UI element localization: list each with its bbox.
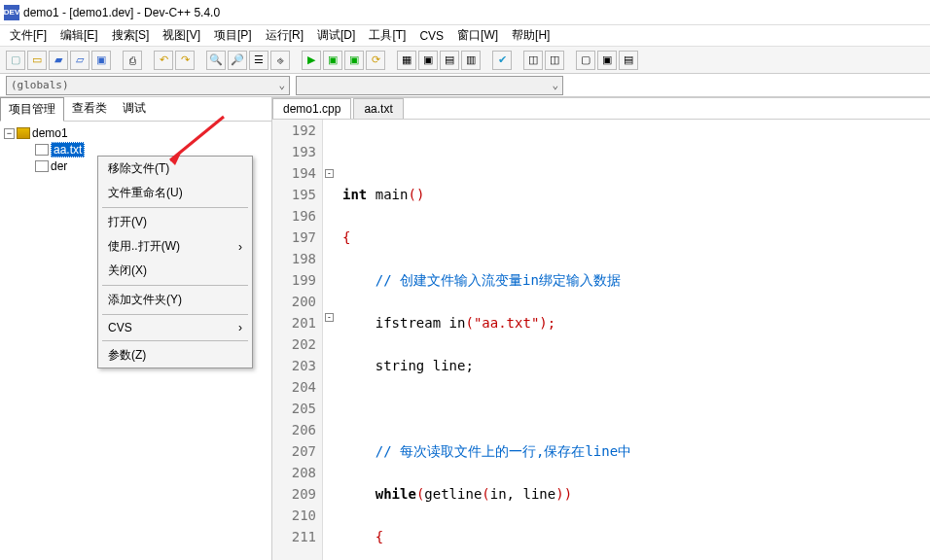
file-icon [35, 160, 49, 172]
toolbar: ▢ ▭ ▰ ▱ ▣ ⎙ ↶ ↷ 🔍 🔎 ☰ ⎆ ▶ ▣ ▣ ⟳ ▦ ▣ ▤ ▥ … [0, 47, 930, 74]
fold-icon[interactable]: - [325, 313, 334, 322]
goto-icon[interactable]: ⎆ [270, 51, 290, 70]
tab-demo1-cpp[interactable]: demo1.cpp [272, 98, 351, 119]
delete-icon[interactable]: ▥ [461, 51, 481, 70]
profile-icon[interactable]: ▤ [440, 51, 459, 70]
code-editor[interactable]: 192193194 195196197 198199200 201202203 … [272, 120, 930, 560]
menu-run[interactable]: 运行[R] [260, 25, 309, 46]
ctx-remove-file[interactable]: 移除文件(T) [98, 157, 252, 181]
separator [102, 340, 248, 341]
file-icon [35, 144, 49, 156]
menu-bar: 文件[F] 编辑[E] 搜索[S] 视图[V] 项目[P] 运行[R] 调试[D… [0, 25, 930, 47]
compile-icon[interactable]: ▶ [302, 51, 321, 70]
tab-project[interactable]: 项目管理 [0, 97, 64, 122]
context-menu: 移除文件(T) 文件重命名(U) 打开(V) 使用..打开(W)› 关闭(X) … [97, 156, 253, 368]
run-icon[interactable]: ▣ [323, 51, 342, 70]
separator [102, 314, 248, 315]
ctx-add-folder[interactable]: 添加文件夹(Y) [98, 288, 252, 312]
ctx-close[interactable]: 关闭(X) [98, 259, 252, 283]
menu-search[interactable]: 搜索[S] [106, 25, 156, 46]
editor-tabs: demo1.cpp aa.txt [272, 98, 930, 120]
new-file-icon[interactable]: ▢ [6, 51, 25, 70]
replace-icon[interactable]: 🔎 [228, 51, 247, 70]
tab-debug[interactable]: 调试 [115, 97, 154, 121]
separator [102, 207, 248, 208]
menu-project[interactable]: 项目[P] [208, 25, 258, 46]
rebuild-icon[interactable]: ⟳ [366, 51, 385, 70]
print-icon[interactable]: ⎙ [123, 51, 142, 70]
menu-tools[interactable]: 工具[T] [363, 25, 411, 46]
save-icon[interactable]: ▰ [49, 51, 68, 70]
fold-icon[interactable]: - [325, 169, 334, 178]
chart1-icon[interactable]: ◫ [523, 51, 543, 70]
submenu-arrow-icon: › [238, 240, 242, 254]
compile-run-icon[interactable]: ▣ [344, 51, 364, 70]
combo-bar: (globals) ⌄ ⌄ [0, 74, 930, 97]
window-title: demo1 - [demo1.dev] - Dev-C++ 5.4.0 [23, 6, 220, 19]
tree-item-der-label: der [51, 159, 67, 173]
goto-win-icon[interactable]: ▤ [619, 51, 638, 70]
globals-combo-value: (globals) [11, 79, 69, 91]
project-icon [17, 127, 30, 139]
menu-cvs[interactable]: CVS [413, 27, 449, 45]
globals-combo[interactable]: (globals) ⌄ [6, 76, 290, 95]
undo-icon[interactable]: ↶ [154, 51, 173, 70]
tree-root-label: demo1 [32, 126, 68, 140]
ctx-cvs[interactable]: CVS› [98, 317, 252, 338]
debug-icon[interactable]: ▦ [397, 51, 416, 70]
chevron-down-icon: ⌄ [552, 79, 558, 91]
tab-classes[interactable]: 查看类 [64, 97, 115, 121]
tree-item-aa-label: aa.txt [51, 142, 85, 158]
tree-root[interactable]: − demo1 [4, 125, 268, 141]
editor-panel: demo1.cpp aa.txt 192193194 195196197 198… [272, 97, 930, 560]
save-as-icon[interactable]: ▣ [91, 51, 111, 70]
separator [102, 285, 248, 286]
title-bar: DEV demo1 - [demo1.dev] - Dev-C++ 5.4.0 [0, 0, 930, 25]
find-icon[interactable]: 🔍 [206, 51, 226, 70]
open-icon[interactable]: ▭ [27, 51, 47, 70]
menu-debug[interactable]: 调试[D] [311, 25, 361, 46]
save-all-icon[interactable]: ▱ [70, 51, 89, 70]
tile-icon[interactable]: ▣ [597, 51, 617, 70]
chart2-icon[interactable]: ◫ [545, 51, 564, 70]
ctx-rename-file[interactable]: 文件重命名(U) [98, 181, 252, 205]
menu-file[interactable]: 文件[F] [4, 25, 53, 46]
fold-column: - - [323, 120, 337, 560]
check-icon[interactable]: ✔ [492, 51, 512, 70]
chevron-down-icon: ⌄ [278, 79, 285, 91]
new-win-icon[interactable]: ▢ [576, 51, 595, 70]
menu-window[interactable]: 窗口[W] [451, 25, 504, 46]
submenu-arrow-icon: › [238, 321, 242, 334]
tab-aa-txt[interactable]: aa.txt [353, 98, 403, 119]
code-area[interactable]: int main() { // 创建文件输入流变量in绑定输入数据 ifstre… [337, 120, 930, 560]
ctx-params[interactable]: 参数(Z) [98, 343, 252, 368]
menu-help[interactable]: 帮助[H] [506, 25, 555, 46]
app-icon: DEV [4, 5, 19, 20]
find-files-icon[interactable]: ☰ [249, 51, 268, 70]
stop-icon[interactable]: ▣ [418, 51, 438, 70]
ctx-open[interactable]: 打开(V) [98, 210, 252, 234]
collapse-icon[interactable]: − [4, 128, 15, 139]
left-tabs: 项目管理 查看类 调试 [0, 97, 271, 122]
menu-view[interactable]: 视图[V] [157, 25, 206, 46]
menu-edit[interactable]: 编辑[E] [54, 25, 104, 46]
ctx-open-with[interactable]: 使用..打开(W)› [98, 234, 252, 259]
line-gutter: 192193194 195196197 198199200 201202203 … [272, 120, 323, 560]
redo-icon[interactable]: ↷ [175, 51, 195, 70]
symbols-combo[interactable]: ⌄ [296, 76, 563, 95]
